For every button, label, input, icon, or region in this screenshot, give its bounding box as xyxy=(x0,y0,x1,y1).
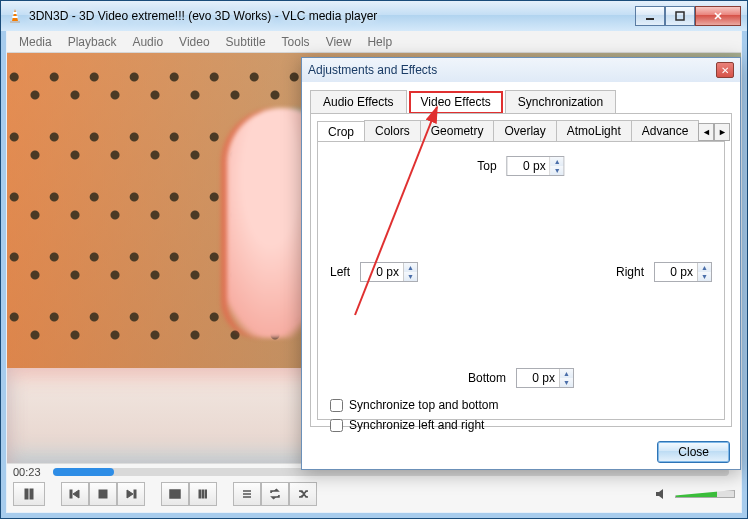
speaker-icon[interactable] xyxy=(655,487,669,501)
spinner-up-icon[interactable]: ▲ xyxy=(404,263,417,272)
menu-view[interactable]: View xyxy=(318,33,360,51)
spinner-down-icon[interactable]: ▼ xyxy=(698,272,711,281)
subtab-advanced[interactable]: Advance xyxy=(631,120,700,141)
svg-rect-9 xyxy=(30,489,33,499)
checkbox-input[interactable] xyxy=(330,399,343,412)
fullscreen-button[interactable] xyxy=(161,482,189,506)
menu-help[interactable]: Help xyxy=(359,33,400,51)
spinner-up-icon[interactable]: ▲ xyxy=(698,263,711,272)
svg-rect-1 xyxy=(10,21,20,23)
maximize-button[interactable] xyxy=(665,6,695,26)
sync-left-right-checkbox[interactable]: Synchronize left and right xyxy=(330,418,484,432)
elapsed-time[interactable]: 00:23 xyxy=(13,466,47,478)
crop-top-spinner[interactable]: 0 px ▲▼ xyxy=(507,156,565,176)
previous-button[interactable] xyxy=(61,482,89,506)
menu-media[interactable]: Media xyxy=(11,33,60,51)
menu-playback[interactable]: Playback xyxy=(60,33,125,51)
crop-left-spinner[interactable]: 0 px ▲▼ xyxy=(360,262,418,282)
playlist-button[interactable] xyxy=(233,482,261,506)
subtab-overlay[interactable]: Overlay xyxy=(493,120,556,141)
menu-tools[interactable]: Tools xyxy=(274,33,318,51)
window-titlebar: 3DN3D - 3D Video extreme!!! (evo 3D Work… xyxy=(1,1,747,31)
crop-right-value: 0 px xyxy=(655,265,697,279)
vlc-cone-icon xyxy=(7,8,23,24)
tab-scroll-right[interactable]: ► xyxy=(714,123,730,141)
dialog-title: Adjustments and Effects xyxy=(308,63,437,77)
crop-top-label: Top xyxy=(477,159,496,173)
crop-top-value: 0 px xyxy=(508,159,550,173)
spinner-down-icon[interactable]: ▼ xyxy=(551,166,564,175)
crop-panel: Top 0 px ▲▼ Left 0 px ▲▼ Right xyxy=(317,141,725,420)
extended-settings-button[interactable] xyxy=(189,482,217,506)
svg-rect-2 xyxy=(13,12,17,14)
svg-rect-13 xyxy=(134,490,136,498)
svg-rect-3 xyxy=(12,16,17,18)
crop-bottom-label: Bottom xyxy=(468,371,506,385)
subtab-crop[interactable]: Crop xyxy=(317,121,365,142)
svg-marker-14 xyxy=(127,490,133,498)
window-close-button[interactable] xyxy=(695,6,741,26)
loop-button[interactable] xyxy=(261,482,289,506)
svg-rect-8 xyxy=(25,489,28,499)
svg-rect-18 xyxy=(205,490,207,498)
svg-rect-12 xyxy=(99,490,107,498)
svg-rect-4 xyxy=(646,18,654,20)
dialog-titlebar[interactable]: Adjustments and Effects ✕ xyxy=(302,58,740,82)
tab-audio-effects[interactable]: Audio Effects xyxy=(310,90,407,113)
spinner-down-icon[interactable]: ▼ xyxy=(560,378,573,387)
crop-right-spinner[interactable]: 0 px ▲▼ xyxy=(654,262,712,282)
player-controls: 00:23 xyxy=(7,463,741,512)
svg-marker-11 xyxy=(73,490,79,498)
menu-video[interactable]: Video xyxy=(171,33,217,51)
dialog-close-icon[interactable]: ✕ xyxy=(716,62,734,78)
next-button[interactable] xyxy=(117,482,145,506)
minimize-button[interactable] xyxy=(635,6,665,26)
crop-bottom-spinner[interactable]: 0 px ▲▼ xyxy=(516,368,574,388)
crop-right-label: Right xyxy=(616,265,644,279)
subtab-atmolight[interactable]: AtmoLight xyxy=(556,120,632,141)
tab-scroll-left[interactable]: ◄ xyxy=(698,123,714,141)
adjustments-effects-dialog: Adjustments and Effects ✕ Audio Effects … xyxy=(301,57,741,470)
stop-button[interactable] xyxy=(89,482,117,506)
svg-rect-17 xyxy=(202,490,204,498)
sync-top-bottom-checkbox[interactable]: Synchronize top and bottom xyxy=(330,398,498,412)
crop-bottom-value: 0 px xyxy=(517,371,559,385)
window-title: 3DN3D - 3D Video extreme!!! (evo 3D Work… xyxy=(29,9,635,23)
tab-synchronization[interactable]: Synchronization xyxy=(505,90,616,113)
svg-rect-16 xyxy=(199,490,201,498)
crop-left-label: Left xyxy=(330,265,350,279)
dialog-close-button[interactable]: Close xyxy=(657,441,730,463)
svg-rect-15 xyxy=(170,490,180,498)
spinner-up-icon[interactable]: ▲ xyxy=(560,369,573,378)
volume-slider[interactable] xyxy=(675,490,735,498)
spinner-down-icon[interactable]: ▼ xyxy=(404,272,417,281)
pause-button[interactable] xyxy=(13,482,45,506)
spinner-up-icon[interactable]: ▲ xyxy=(551,157,564,166)
checkbox-label: Synchronize top and bottom xyxy=(349,398,498,412)
checkbox-input[interactable] xyxy=(330,419,343,432)
menubar: Media Playback Audio Video Subtitle Tool… xyxy=(7,31,741,53)
svg-marker-22 xyxy=(656,489,663,499)
svg-marker-0 xyxy=(12,9,18,21)
svg-rect-10 xyxy=(70,490,72,498)
crop-left-value: 0 px xyxy=(361,265,403,279)
menu-subtitle[interactable]: Subtitle xyxy=(218,33,274,51)
checkbox-label: Synchronize left and right xyxy=(349,418,484,432)
subtab-geometry[interactable]: Geometry xyxy=(420,120,495,141)
shuffle-button[interactable] xyxy=(289,482,317,506)
menu-audio[interactable]: Audio xyxy=(124,33,171,51)
tab-video-effects[interactable]: Video Effects xyxy=(409,91,503,114)
subtab-colors[interactable]: Colors xyxy=(364,120,421,141)
svg-rect-5 xyxy=(676,12,684,20)
